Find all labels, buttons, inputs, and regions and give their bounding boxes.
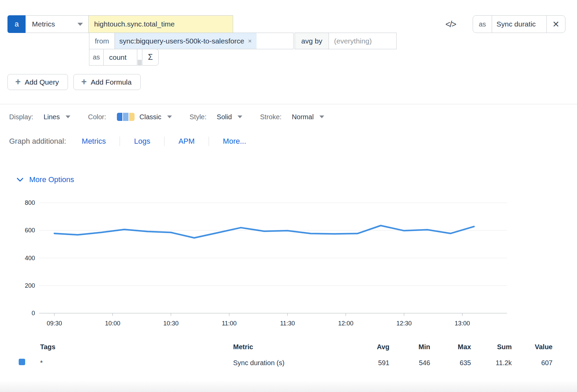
line-chart-svg: 020040060080009:3010:0010:3011:0011:3012… bbox=[0, 187, 577, 336]
min-column-header: Min bbox=[389, 343, 430, 351]
summary-table-header: Tags Metric Avg Min Max Sum Value bbox=[19, 340, 553, 354]
graph-additional-logs-link[interactable]: Logs bbox=[134, 137, 150, 146]
graph-additional-apm-link[interactable]: APM bbox=[178, 137, 195, 146]
sum-column-header: Sum bbox=[471, 343, 512, 351]
graph-additional-label: Graph additional: bbox=[9, 137, 66, 146]
tags-cell: * bbox=[40, 359, 233, 367]
link-separator bbox=[164, 137, 164, 146]
avg-cell: 591 bbox=[349, 359, 389, 367]
plus-icon: + bbox=[15, 77, 21, 87]
timeseries-chart[interactable]: 020040060080009:3010:0010:3011:0011:3012… bbox=[0, 187, 577, 336]
plus-icon: + bbox=[81, 77, 87, 87]
more-options-label: More Options bbox=[29, 175, 74, 184]
metric-name-value: hightouch.sync.total_time bbox=[94, 20, 175, 28]
color-label: Color: bbox=[88, 113, 106, 121]
scope-tag: sync:bigquery-users-500k-to-salesforce × bbox=[115, 33, 257, 49]
color-palette-swatch[interactable] bbox=[117, 113, 135, 121]
palette-segment bbox=[123, 113, 128, 121]
display-value-dropdown[interactable]: Lines bbox=[43, 113, 60, 121]
style-label: Style: bbox=[190, 113, 207, 121]
value-column-header: Value bbox=[512, 343, 553, 351]
svg-text:12:00: 12:00 bbox=[338, 320, 353, 327]
group-by-placeholder: (everything) bbox=[334, 37, 372, 45]
more-options-toggle[interactable]: More Options bbox=[16, 175, 577, 184]
chevron-down-icon bbox=[77, 23, 83, 26]
aggregation-button[interactable]: avg by bbox=[295, 33, 329, 49]
query-row-scope: from sync:bigquery-users-500k-to-salesfo… bbox=[89, 33, 565, 49]
metric-column-header: Metric bbox=[233, 343, 349, 351]
alias-group: as Sync duratic ✕ bbox=[473, 15, 565, 33]
max-cell: 635 bbox=[430, 359, 471, 367]
add-formula-button[interactable]: + Add Formula bbox=[73, 74, 141, 90]
svg-text:12:30: 12:30 bbox=[396, 320, 412, 327]
remove-tag-icon[interactable]: × bbox=[248, 37, 252, 45]
sigma-function-button[interactable]: Σ bbox=[142, 49, 159, 66]
value-cell: 607 bbox=[512, 359, 553, 367]
query-row-as: as count Σ bbox=[89, 49, 565, 66]
sum-cell: 11.2k bbox=[471, 359, 512, 367]
display-options-bar: Display: Lines Color: Classic Style: Sol… bbox=[9, 113, 577, 121]
link-separator bbox=[120, 137, 120, 146]
scope-input[interactable]: sync:bigquery-users-500k-to-salesforce × bbox=[115, 33, 294, 49]
svg-text:600: 600 bbox=[25, 227, 35, 234]
stroke-value-dropdown[interactable]: Normal bbox=[292, 113, 314, 121]
graph-additional-more-link[interactable]: More... bbox=[223, 137, 246, 146]
max-column-header: Max bbox=[430, 343, 471, 351]
add-query-label: Add Query bbox=[25, 78, 59, 86]
palette-segment bbox=[129, 113, 135, 121]
scope-tag-label: sync:bigquery-users-500k-to-salesforce bbox=[119, 37, 244, 45]
svg-text:11:00: 11:00 bbox=[222, 320, 237, 327]
query-row-right: </> as Sync duratic ✕ bbox=[445, 15, 565, 33]
function-connector bbox=[138, 60, 142, 66]
source-select[interactable]: Metrics bbox=[25, 15, 89, 33]
code-editor-icon[interactable]: </> bbox=[445, 19, 456, 29]
series-swatch-cell bbox=[19, 359, 40, 367]
count-dropdown[interactable]: count bbox=[103, 49, 137, 66]
svg-text:400: 400 bbox=[25, 255, 35, 262]
as-label: as bbox=[89, 49, 104, 66]
close-icon[interactable]: ✕ bbox=[546, 16, 565, 33]
table-row[interactable]: * Sync duration (s) 591 546 635 11.2k 60… bbox=[19, 354, 553, 372]
metric-name-input[interactable]: hightouch.sync.total_time bbox=[88, 15, 233, 33]
color-value-dropdown[interactable]: Classic bbox=[139, 113, 161, 121]
graph-additional-metrics-link[interactable]: Metrics bbox=[82, 137, 106, 146]
section-divider bbox=[0, 104, 577, 104]
svg-text:10:00: 10:00 bbox=[105, 320, 120, 327]
svg-text:11:30: 11:30 bbox=[280, 320, 295, 327]
svg-text:200: 200 bbox=[25, 282, 35, 289]
link-separator bbox=[209, 137, 209, 146]
metric-cell: Sync duration (s) bbox=[233, 359, 349, 367]
chevron-down-icon[interactable] bbox=[319, 115, 324, 118]
svg-text:0: 0 bbox=[32, 310, 35, 317]
svg-text:800: 800 bbox=[25, 199, 35, 206]
chevron-down-icon bbox=[16, 176, 24, 183]
metric-query-editor: a Metrics hightouch.sync.total_time </> … bbox=[0, 0, 577, 392]
stroke-label: Stroke: bbox=[260, 113, 281, 121]
series-color-swatch bbox=[19, 359, 25, 365]
query-letter-badge: a bbox=[7, 15, 26, 33]
svg-text:10:30: 10:30 bbox=[163, 320, 178, 327]
bottom-fade bbox=[0, 380, 577, 392]
style-value-dropdown[interactable]: Solid bbox=[217, 113, 232, 121]
chevron-down-icon[interactable] bbox=[66, 115, 70, 118]
svg-text:13:00: 13:00 bbox=[455, 320, 470, 327]
group-by-input[interactable]: (everything) bbox=[329, 33, 397, 49]
query-row-main: a Metrics hightouch.sync.total_time </> … bbox=[7, 15, 565, 33]
svg-text:09:30: 09:30 bbox=[47, 320, 62, 327]
graph-additional-bar: Graph additional: Metrics Logs APM More.… bbox=[9, 137, 577, 146]
chevron-down-icon[interactable] bbox=[238, 115, 242, 118]
palette-segment bbox=[117, 113, 122, 121]
from-label: from bbox=[89, 33, 115, 49]
chevron-down-icon[interactable] bbox=[167, 115, 172, 118]
display-label: Display: bbox=[9, 113, 33, 121]
avg-column-header: Avg bbox=[349, 343, 389, 351]
min-cell: 546 bbox=[389, 359, 430, 367]
add-query-button[interactable]: + Add Query bbox=[7, 74, 68, 90]
alias-input[interactable]: Sync duratic bbox=[492, 16, 546, 33]
source-select-label: Metrics bbox=[32, 20, 55, 28]
summary-table: Tags Metric Avg Min Max Sum Value * Sync… bbox=[0, 340, 577, 372]
actions-row: + Add Query + Add Formula bbox=[7, 74, 577, 90]
tags-column-header: Tags bbox=[40, 343, 233, 351]
alias-as-label: as bbox=[473, 16, 492, 33]
query-section: a Metrics hightouch.sync.total_time </> … bbox=[0, 0, 577, 66]
